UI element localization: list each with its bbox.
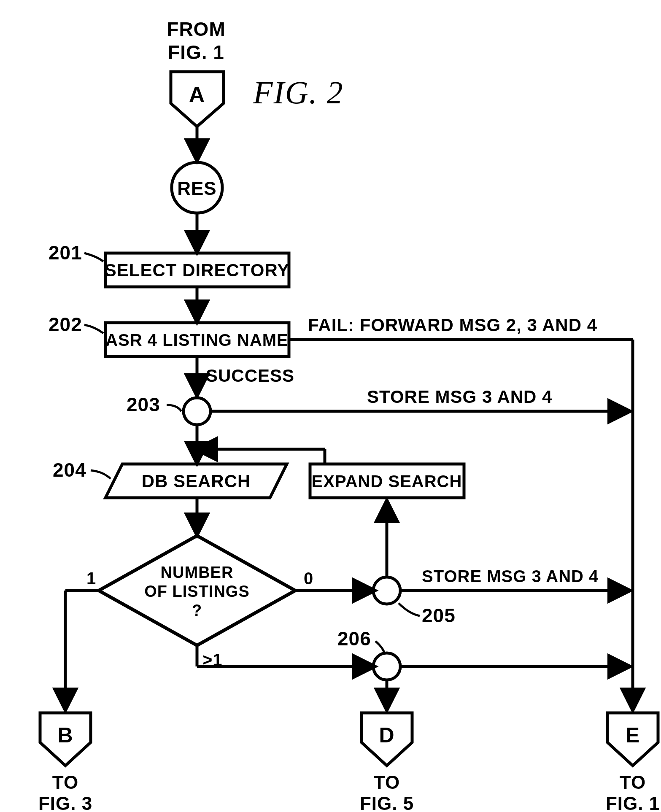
- to-b-1: TO: [52, 772, 78, 793]
- branch-1: 1: [86, 569, 96, 588]
- junction-203: [183, 398, 210, 425]
- flowchart-figure-2: FROM FIG. 1 FIG. 2 A RES 201 SELECT DIRE…: [0, 0, 661, 812]
- box-asr-listing: ASR 4 LISTING NAME: [105, 323, 289, 356]
- decision-number-listings: NUMBER OF LISTINGS ?: [99, 536, 295, 645]
- to-d-1: TO: [374, 772, 400, 793]
- box-db-search-text: DB SEARCH: [142, 471, 251, 491]
- decision-line2: OF LISTINGS: [144, 583, 250, 600]
- ref-201: 201: [49, 242, 82, 264]
- ref-205: 205: [422, 604, 456, 626]
- ref-203: 203: [127, 394, 160, 415]
- connector-e-text: E: [626, 723, 640, 747]
- node-res-text: RES: [177, 178, 216, 199]
- decision-line1: NUMBER: [161, 564, 234, 581]
- box-expand-search-text: EXPAND SEARCH: [312, 472, 462, 491]
- connector-d-text: D: [379, 723, 394, 747]
- ref-205-leader: [399, 603, 420, 616]
- connector-d: D: [362, 713, 412, 766]
- from-label-1: FROM: [167, 18, 225, 40]
- junction-205: [373, 577, 400, 604]
- figure-title: FIG. 2: [253, 75, 344, 110]
- to-b-2: FIG. 3: [38, 793, 92, 812]
- ref-203-leader: [167, 405, 181, 411]
- to-e-1: TO: [620, 772, 646, 793]
- label-store-2: STORE MSG 3 AND 4: [422, 567, 599, 585]
- from-label-2: FIG. 1: [168, 41, 224, 63]
- label-store-1: STORE MSG 3 AND 4: [367, 387, 552, 407]
- label-success: SUCCESS: [206, 366, 294, 386]
- ref-204: 204: [53, 459, 86, 481]
- ref-201-leader: [84, 253, 103, 262]
- node-res: RES: [172, 162, 222, 213]
- ref-202-leader: [84, 325, 103, 333]
- decision-line3: ?: [192, 602, 202, 619]
- box-select-directory: SELECT DIRECTORY: [105, 253, 289, 287]
- connector-b-text: B: [57, 723, 73, 747]
- ref-204-leader: [91, 470, 111, 479]
- label-fail: FAIL: FORWARD MSG 2, 3 AND 4: [308, 315, 597, 335]
- connector-b: B: [40, 713, 91, 766]
- connector-a-text: A: [189, 82, 205, 107]
- branch-0: 0: [304, 569, 313, 588]
- box-db-search: DB SEARCH: [105, 464, 287, 498]
- to-d-2: FIG. 5: [360, 793, 414, 812]
- connector-a: A: [171, 72, 224, 127]
- junction-206: [373, 653, 400, 680]
- ref-202: 202: [49, 313, 82, 335]
- box-expand-search: EXPAND SEARCH: [310, 464, 464, 498]
- connector-e: E: [607, 713, 658, 766]
- ref-206: 206: [337, 628, 371, 650]
- to-e-2: FIG. 1: [606, 793, 660, 812]
- box-asr-text: ASR 4 LISTING NAME: [105, 331, 289, 349]
- box-select-directory-text: SELECT DIRECTORY: [105, 260, 289, 280]
